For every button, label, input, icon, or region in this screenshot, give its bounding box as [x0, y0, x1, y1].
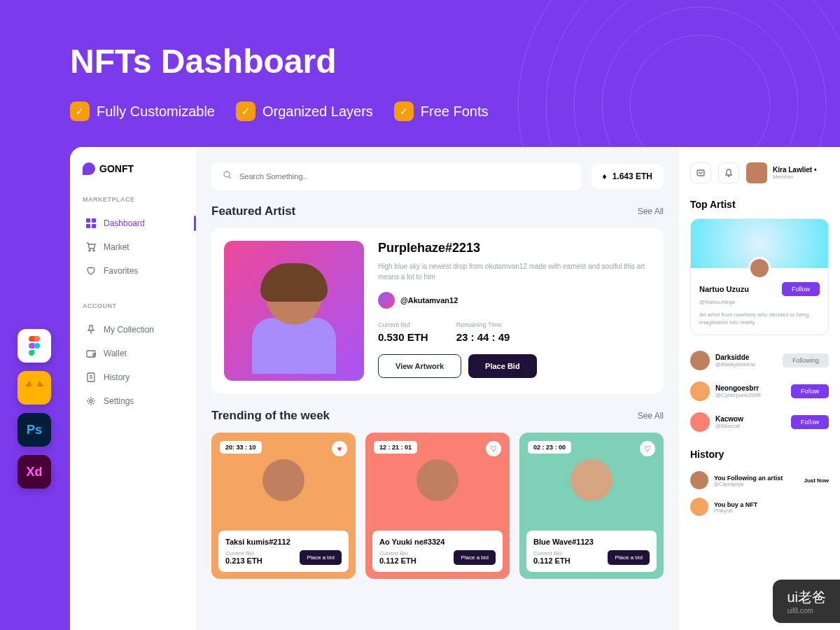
trend-timer: 12 : 21 : 01 — [374, 441, 417, 454]
avatar — [690, 412, 710, 432]
xd-icon: Xd — [18, 455, 51, 489]
current-bid: 0.530 ETH — [378, 331, 428, 343]
check-icon: ✓ — [236, 102, 255, 121]
featured-title: Featured Artist — [211, 204, 295, 218]
search-icon — [223, 170, 232, 183]
photoshop-icon: Ps — [18, 413, 51, 447]
follow-button[interactable]: Follow — [791, 384, 829, 398]
featured-card: Purplehaze#2213 High blue sky is newest … — [211, 228, 664, 393]
avatar — [690, 351, 710, 370]
following-button[interactable]: Following — [783, 354, 829, 368]
trending-card[interactable]: 12 : 21 : 01 ♡ Ao Yuuki ne#3324 Current … — [365, 433, 510, 579]
nft-description: High blue sky is newest drop from okutam… — [378, 261, 651, 282]
trend-timer: 20: 33 : 10 — [220, 441, 262, 454]
dashboard-window: GONFT MARKETPLACE Dashboard Market Favor… — [70, 147, 840, 630]
heart-button[interactable]: ♡ — [486, 441, 501, 456]
see-all-featured[interactable]: See All — [638, 206, 664, 216]
marketplace-label: MARKETPLACE — [83, 196, 183, 203]
history-title: History — [690, 449, 829, 460]
watermark: ui老爸 uil8.com — [773, 580, 840, 623]
inbox-button[interactable] — [690, 162, 711, 183]
remaining-time: 23 : 44 : 49 — [456, 331, 510, 343]
avatar — [690, 382, 710, 401]
top-artist-card[interactable]: Nartuo UzuzuFollow @NartuoNinja An artis… — [690, 218, 829, 335]
nav-dashboard[interactable]: Dashboard — [83, 211, 183, 235]
place-bid-button[interactable]: Place Bid — [468, 354, 537, 378]
heart-button[interactable]: ♥ — [332, 441, 347, 456]
features-row: ✓Fully Customizable ✓Organized Layers ✓F… — [70, 102, 489, 121]
check-icon: ✓ — [70, 102, 90, 121]
svg-rect-9 — [92, 224, 96, 228]
nav-history[interactable]: History — [83, 365, 183, 389]
svg-point-10 — [89, 250, 90, 251]
sidebar: GONFT MARKETPLACE Dashboard Market Favor… — [70, 147, 196, 630]
place-bid-small[interactable]: Place a bid — [608, 550, 650, 565]
figma-icon — [18, 329, 51, 363]
svg-point-15 — [224, 172, 230, 177]
artist-list-item[interactable]: Darksidde@Alwayshadow Following — [690, 345, 829, 376]
gear-icon — [85, 396, 97, 407]
svg-rect-6 — [86, 218, 90, 223]
view-artwork-button[interactable]: View Artwork — [378, 354, 461, 378]
bell-button[interactable] — [718, 162, 739, 183]
list-icon — [85, 372, 97, 383]
nav-favorites[interactable]: Favorites — [83, 259, 183, 283]
avatar — [690, 471, 708, 489]
artist-list-item[interactable]: Kacwow@Bluecat Follow — [690, 407, 829, 438]
svg-point-5 — [34, 343, 40, 349]
heart-icon — [85, 265, 97, 276]
svg-point-11 — [93, 250, 94, 251]
svg-rect-13 — [88, 373, 94, 382]
sketch-icon — [18, 371, 51, 405]
place-bid-small[interactable]: Place a bid — [300, 550, 342, 565]
eth-balance[interactable]: ♦1.643 ETH — [592, 164, 664, 189]
user-menu[interactable]: Kira Lawliet •Member — [746, 162, 829, 183]
history-item[interactable]: You buy a NFTPinkycat — [690, 493, 829, 520]
nft-title: Purplehaze#2213 — [378, 241, 651, 255]
right-panel: Kira Lawliet •Member Top Artist Nartuo U… — [679, 147, 840, 630]
follow-button[interactable]: Follow — [791, 415, 829, 429]
pin-icon — [85, 324, 97, 335]
nav-collection[interactable]: My Collection — [83, 318, 183, 342]
svg-rect-16 — [697, 170, 704, 176]
nav-market[interactable]: Market — [83, 235, 183, 259]
grid-icon — [85, 218, 97, 229]
nav-settings[interactable]: Settings — [83, 389, 183, 413]
history-item[interactable]: You Following an artist@Capcaynya Just N… — [690, 467, 829, 493]
trending-card[interactable]: 02 : 23 : 00 ♡ Blue Wave#1123 Current Bi… — [519, 433, 664, 579]
artist-banner — [691, 219, 828, 268]
cart-icon — [85, 241, 97, 253]
promo-title: NFTs Dashboard — [70, 42, 336, 80]
app-icons-column: Ps Xd — [18, 329, 51, 489]
top-artist-title: Top Artist — [690, 199, 829, 210]
trending-card[interactable]: 20: 33 : 10 ♥ Taksi kumis#2112 Current B… — [211, 433, 356, 579]
user-avatar — [746, 162, 767, 183]
follow-button[interactable]: Follow — [782, 282, 820, 296]
see-all-trending[interactable]: See All — [638, 411, 664, 421]
svg-rect-7 — [92, 218, 96, 223]
search-box[interactable] — [211, 162, 582, 190]
eth-icon: ♦ — [603, 172, 607, 181]
heart-button[interactable]: ♡ — [640, 441, 655, 456]
logo[interactable]: GONFT — [83, 162, 183, 175]
account-label: ACCOUNT — [83, 302, 183, 309]
svg-point-14 — [90, 400, 92, 402]
place-bid-small[interactable]: Place a bid — [454, 550, 496, 565]
avatar — [690, 498, 708, 516]
nav-wallet[interactable]: Wallet — [83, 342, 183, 365]
trend-timer: 02 : 23 : 00 — [528, 441, 571, 454]
artist-avatar — [378, 292, 395, 309]
search-input[interactable] — [239, 172, 570, 181]
trending-title: Trending of the week — [211, 409, 330, 423]
main-content: ♦1.643 ETH Featured Artist See All Purpl… — [196, 147, 679, 630]
svg-rect-8 — [86, 224, 90, 228]
artist-list-item[interactable]: Neongoesbrr@Cyberpunk2099 Follow — [690, 376, 829, 407]
artist-link[interactable]: @Akutamvan12 — [378, 292, 651, 309]
wallet-icon — [85, 348, 97, 359]
featured-image[interactable] — [224, 241, 364, 381]
check-icon: ✓ — [394, 102, 414, 121]
trending-row: 20: 33 : 10 ♥ Taksi kumis#2112 Current B… — [211, 433, 664, 579]
